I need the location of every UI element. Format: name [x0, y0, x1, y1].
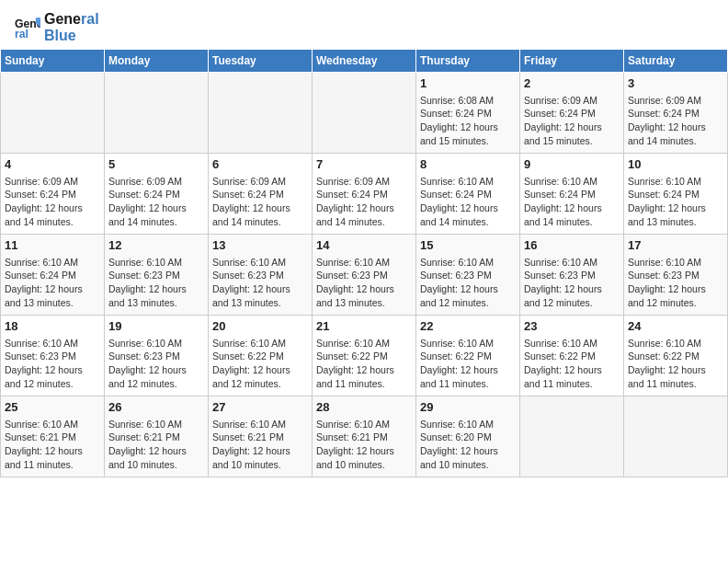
day-number: 19: [108, 318, 204, 335]
logo-icon: Gene ral: [15, 15, 40, 40]
day-info: Sunrise: 6:10 AM Sunset: 6:23 PM Dayligh…: [108, 337, 204, 391]
day-number: 3: [628, 75, 723, 92]
day-number: 15: [420, 237, 516, 254]
day-number: 16: [524, 237, 620, 254]
day-number: 6: [212, 156, 308, 173]
dow-header-sunday: Sunday: [1, 50, 105, 73]
day-info: Sunrise: 6:10 AM Sunset: 6:23 PM Dayligh…: [108, 256, 204, 310]
day-info: Sunrise: 6:10 AM Sunset: 6:22 PM Dayligh…: [212, 337, 308, 391]
calendar-body: 1Sunrise: 6:08 AM Sunset: 6:24 PM Daylig…: [1, 73, 728, 477]
calendar-cell: 14Sunrise: 6:10 AM Sunset: 6:23 PM Dayli…: [313, 235, 416, 316]
calendar-cell: 27Sunrise: 6:10 AM Sunset: 6:21 PM Dayli…: [209, 396, 313, 477]
day-info: Sunrise: 6:09 AM Sunset: 6:24 PM Dayligh…: [524, 94, 620, 148]
calendar-week-5: 25Sunrise: 6:10 AM Sunset: 6:21 PM Dayli…: [1, 396, 728, 477]
day-info: Sunrise: 6:10 AM Sunset: 6:21 PM Dayligh…: [108, 418, 204, 472]
dow-header-wednesday: Wednesday: [313, 50, 416, 73]
calendar-cell: 12Sunrise: 6:10 AM Sunset: 6:23 PM Dayli…: [105, 235, 209, 316]
day-info: Sunrise: 6:08 AM Sunset: 6:24 PM Dayligh…: [420, 94, 516, 148]
day-info: Sunrise: 6:10 AM Sunset: 6:22 PM Dayligh…: [628, 337, 723, 391]
calendar-cell: 16Sunrise: 6:10 AM Sunset: 6:23 PM Dayli…: [520, 235, 624, 316]
day-number: 12: [108, 237, 204, 254]
calendar-cell: 13Sunrise: 6:10 AM Sunset: 6:23 PM Dayli…: [209, 235, 313, 316]
day-number: 25: [5, 399, 100, 416]
dow-header-friday: Friday: [520, 50, 624, 73]
day-number: 8: [420, 156, 516, 173]
day-number: 14: [316, 237, 412, 254]
day-info: Sunrise: 6:09 AM Sunset: 6:24 PM Dayligh…: [108, 175, 204, 229]
calendar-cell: 21Sunrise: 6:10 AM Sunset: 6:22 PM Dayli…: [313, 316, 416, 396]
day-number: 24: [628, 318, 723, 335]
day-info: Sunrise: 6:10 AM Sunset: 6:23 PM Dayligh…: [5, 337, 100, 391]
day-number: 5: [108, 156, 204, 173]
day-info: Sunrise: 6:10 AM Sunset: 6:24 PM Dayligh…: [524, 175, 620, 229]
day-info: Sunrise: 6:09 AM Sunset: 6:24 PM Dayligh…: [5, 175, 100, 229]
calendar-week-3: 11Sunrise: 6:10 AM Sunset: 6:24 PM Dayli…: [1, 235, 728, 316]
calendar-week-4: 18Sunrise: 6:10 AM Sunset: 6:23 PM Dayli…: [1, 316, 728, 396]
day-number: 20: [212, 318, 308, 335]
day-info: Sunrise: 6:10 AM Sunset: 6:23 PM Dayligh…: [212, 256, 308, 310]
page-header: Gene ral General Blue: [0, 0, 728, 49]
calendar-cell: 11Sunrise: 6:10 AM Sunset: 6:24 PM Dayli…: [1, 235, 105, 316]
calendar-cell: 26Sunrise: 6:10 AM Sunset: 6:21 PM Dayli…: [105, 396, 209, 477]
day-info: Sunrise: 6:10 AM Sunset: 6:21 PM Dayligh…: [316, 418, 412, 472]
day-number: 9: [524, 156, 620, 173]
day-number: 11: [5, 237, 100, 254]
dow-header-thursday: Thursday: [416, 50, 520, 73]
calendar-cell: 19Sunrise: 6:10 AM Sunset: 6:23 PM Dayli…: [105, 316, 209, 396]
calendar-cell: 18Sunrise: 6:10 AM Sunset: 6:23 PM Dayli…: [1, 316, 105, 396]
calendar-cell: 5Sunrise: 6:09 AM Sunset: 6:24 PM Daylig…: [105, 154, 209, 235]
day-info: Sunrise: 6:10 AM Sunset: 6:21 PM Dayligh…: [5, 418, 100, 472]
calendar-cell: 8Sunrise: 6:10 AM Sunset: 6:24 PM Daylig…: [416, 154, 520, 235]
day-info: Sunrise: 6:10 AM Sunset: 6:23 PM Dayligh…: [628, 256, 723, 310]
day-number: 18: [5, 318, 100, 335]
calendar-cell: [209, 73, 313, 154]
day-info: Sunrise: 6:09 AM Sunset: 6:24 PM Dayligh…: [316, 175, 412, 229]
calendar-table: SundayMondayTuesdayWednesdayThursdayFrid…: [0, 49, 728, 477]
calendar-cell: [520, 396, 624, 477]
day-number: 27: [212, 399, 308, 416]
day-info: Sunrise: 6:10 AM Sunset: 6:23 PM Dayligh…: [420, 256, 516, 310]
day-info: Sunrise: 6:10 AM Sunset: 6:24 PM Dayligh…: [420, 175, 516, 229]
calendar-cell: [624, 396, 728, 477]
calendar-week-2: 4Sunrise: 6:09 AM Sunset: 6:24 PM Daylig…: [1, 154, 728, 235]
day-info: Sunrise: 6:10 AM Sunset: 6:22 PM Dayligh…: [316, 337, 412, 391]
day-info: Sunrise: 6:10 AM Sunset: 6:23 PM Dayligh…: [316, 256, 412, 310]
day-number: 22: [420, 318, 516, 335]
dow-header-saturday: Saturday: [624, 50, 728, 73]
dow-header-monday: Monday: [105, 50, 209, 73]
day-number: 21: [316, 318, 412, 335]
day-info: Sunrise: 6:10 AM Sunset: 6:22 PM Dayligh…: [524, 337, 620, 391]
day-number: 17: [628, 237, 723, 254]
calendar-cell: [1, 73, 105, 154]
day-number: 13: [212, 237, 308, 254]
calendar-cell: 28Sunrise: 6:10 AM Sunset: 6:21 PM Dayli…: [313, 396, 416, 477]
calendar-cell: 9Sunrise: 6:10 AM Sunset: 6:24 PM Daylig…: [520, 154, 624, 235]
day-number: 7: [316, 156, 412, 173]
calendar-cell: 3Sunrise: 6:09 AM Sunset: 6:24 PM Daylig…: [624, 73, 728, 154]
day-info: Sunrise: 6:10 AM Sunset: 6:24 PM Dayligh…: [5, 256, 100, 310]
calendar-cell: 25Sunrise: 6:10 AM Sunset: 6:21 PM Dayli…: [1, 396, 105, 477]
calendar-cell: 4Sunrise: 6:09 AM Sunset: 6:24 PM Daylig…: [1, 154, 105, 235]
logo-text-line2: Blue: [44, 28, 99, 44]
day-info: Sunrise: 6:10 AM Sunset: 6:24 PM Dayligh…: [628, 175, 723, 229]
day-number: 23: [524, 318, 620, 335]
calendar-cell: 15Sunrise: 6:10 AM Sunset: 6:23 PM Dayli…: [416, 235, 520, 316]
day-number: 2: [524, 75, 620, 92]
calendar-cell: 22Sunrise: 6:10 AM Sunset: 6:22 PM Dayli…: [416, 316, 520, 396]
calendar-cell: 23Sunrise: 6:10 AM Sunset: 6:22 PM Dayli…: [520, 316, 624, 396]
day-info: Sunrise: 6:10 AM Sunset: 6:23 PM Dayligh…: [524, 256, 620, 310]
day-info: Sunrise: 6:09 AM Sunset: 6:24 PM Dayligh…: [628, 94, 723, 148]
day-info: Sunrise: 6:10 AM Sunset: 6:21 PM Dayligh…: [212, 418, 308, 472]
day-info: Sunrise: 6:10 AM Sunset: 6:22 PM Dayligh…: [420, 337, 516, 391]
calendar-cell: 6Sunrise: 6:09 AM Sunset: 6:24 PM Daylig…: [209, 154, 313, 235]
calendar-cell: [313, 73, 416, 154]
calendar-cell: 29Sunrise: 6:10 AM Sunset: 6:20 PM Dayli…: [416, 396, 520, 477]
calendar-cell: 10Sunrise: 6:10 AM Sunset: 6:24 PM Dayli…: [624, 154, 728, 235]
day-info: Sunrise: 6:09 AM Sunset: 6:24 PM Dayligh…: [212, 175, 308, 229]
calendar-cell: 2Sunrise: 6:09 AM Sunset: 6:24 PM Daylig…: [520, 73, 624, 154]
logo: Gene ral General Blue: [15, 11, 99, 43]
calendar-header-row: SundayMondayTuesdayWednesdayThursdayFrid…: [1, 50, 728, 73]
calendar-cell: 1Sunrise: 6:08 AM Sunset: 6:24 PM Daylig…: [416, 73, 520, 154]
logo-text-line1: General: [44, 11, 99, 28]
day-number: 29: [420, 399, 516, 416]
